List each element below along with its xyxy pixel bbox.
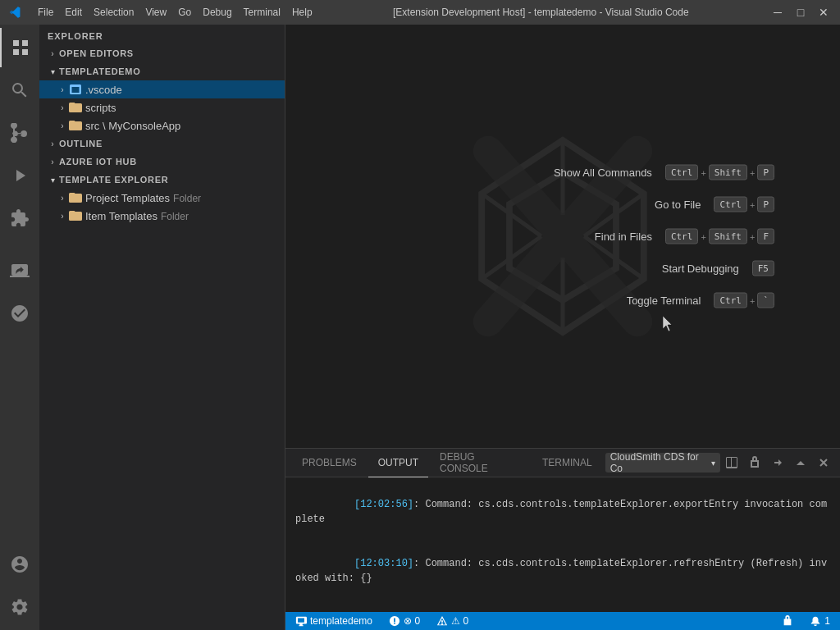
status-warnings[interactable]: ⚠ 0 [433,615,472,627]
item-templates-arrow [56,209,69,222]
template-explorer-label: TEMPLATE EXPLORER [59,175,168,185]
key-ctrl-2: Ctrl [665,229,699,244]
panel-collapse-btn[interactable] [791,453,810,472]
error-icon [389,615,400,627]
menu-view[interactable]: View [145,7,167,18]
activity-search[interactable] [0,71,39,110]
key-shift-0: Shift [709,165,747,180]
panel-lock-btn[interactable] [745,453,765,472]
notification-count: 1 [824,615,830,627]
activity-bar [0,25,39,630]
azure-iot-arrow [46,155,59,168]
item-templates-icon [69,209,82,222]
key-f-2: F [757,229,774,244]
output-channel-dropdown[interactable]: CloudSmith CDS for Co ▾ [605,453,720,472]
shortcut-keys-1: Ctrl + P [714,197,774,212]
lock-icon [782,615,793,627]
menu-go[interactable]: Go [178,7,191,18]
activity-remote-explorer[interactable] [0,251,39,290]
main-layout: EXPLORER OPEN EDITORS TEMPLATEDEMO .vsco… [0,25,840,630]
shortcut-find-files: Find in Files Ctrl + Shift + F [554,229,774,244]
status-remote[interactable]: templatedemo [292,615,376,627]
close-button[interactable]: ✕ [815,6,832,19]
key-backtick: ` [757,293,774,308]
outline-label: OUTLINE [59,139,103,148]
panel-tab-bar: PROBLEMS OUTPUT DEBUG CONSOLE TERMINAL C… [285,449,840,477]
menu-selection[interactable]: Selection [94,7,134,18]
vscode-logo-small [8,6,21,19]
activity-run[interactable] [0,156,39,195]
templatedemo-label: TEMPLATEDEMO [59,66,140,76]
panel-split-btn[interactable] [722,453,742,472]
tab-terminal[interactable]: TERMINAL [532,449,602,477]
status-errors-text: ⊗ 0 [404,615,420,627]
templatedemo-section[interactable]: TEMPLATEDEMO [39,62,285,80]
scripts-folder-icon [69,101,82,114]
template-explorer-section[interactable]: TEMPLATE EXPLORER [39,171,285,189]
scripts-folder[interactable]: scripts [39,98,285,116]
tab-output[interactable]: OUTPUT [368,449,428,477]
activity-docker[interactable] [0,294,39,333]
key-p-0: P [757,165,774,180]
status-warnings-text: ⚠ 0 [451,615,468,627]
menu-bar: File Edit Selection View Go Debug Termin… [8,6,313,19]
open-editors-arrow [46,47,59,60]
shortcut-show-commands: Show All Commands Ctrl + Shift + P [554,165,774,180]
menu-file[interactable]: File [38,7,53,18]
vscode-arrow [56,83,69,96]
welcome-screen: Show All Commands Ctrl + Shift + P Go to… [285,25,840,448]
output-content[interactable]: [12:02:56]: Command: cs.cds.controls.tem… [285,477,840,612]
key-f5: F5 [752,261,774,276]
scripts-arrow [56,101,69,114]
menu-terminal[interactable]: Terminal [244,7,281,18]
project-templates-icon [69,191,82,204]
templatedemo-arrow [46,65,59,78]
activity-source-control[interactable] [0,113,39,153]
menu-help[interactable]: Help [292,7,313,18]
item-templates-item[interactable]: Item TemplatesFolder [39,207,285,225]
panel-close-btn[interactable] [814,453,833,472]
shortcut-label-3: Start Debugging [662,262,739,275]
menu-edit[interactable]: Edit [65,7,82,18]
timestamp-0: [12:02:56] [354,499,413,510]
item-templates-label: Item TemplatesFolder [85,210,189,222]
menu-debug[interactable]: Debug [203,7,231,18]
scripts-folder-label: scripts [85,102,116,114]
dropdown-label: CloudSmith CDS for Co [610,451,708,474]
activity-settings[interactable] [0,587,39,627]
sidebar: EXPLORER OPEN EDITORS TEMPLATEDEMO .vsco… [39,25,285,630]
window-title: [Extension Development Host] - templated… [313,7,769,18]
timestamp-1: [12:03:10] [354,558,413,569]
vscode-folder-label: .vscode [85,84,122,96]
panel-more-btn[interactable] [768,453,788,472]
panel-controls [722,453,833,472]
activity-extensions[interactable] [0,199,39,238]
src-folder[interactable]: src \ MyConsoleApp [39,116,285,135]
dropdown-arrow: ▾ [711,459,715,468]
maximize-button[interactable]: □ [792,6,809,19]
term-line-1: [12:03:10]: Command: cs.cds.controls.tem… [295,541,830,600]
titlebar: File Edit Selection View Go Debug Termin… [0,0,840,25]
azure-iot-section[interactable]: AZURE IOT HUB [39,153,285,171]
open-editors-label: OPEN EDITORS [59,48,134,58]
activity-explorer[interactable] [0,28,39,67]
shortcut-label-4: Toggle Terminal [627,294,701,307]
activity-accounts[interactable] [0,545,39,584]
azure-iot-label: AZURE IOT HUB [59,157,137,167]
outline-section[interactable]: OUTLINE [39,135,285,153]
open-editors-section[interactable]: OPEN EDITORS [39,44,285,62]
tab-problems[interactable]: PROBLEMS [292,449,367,477]
tab-debug-console[interactable]: DEBUG CONSOLE [430,449,531,477]
outline-arrow [46,137,59,150]
src-arrow [56,119,69,132]
status-errors[interactable]: ⊗ 0 [386,615,423,627]
status-notifications[interactable]: 1 [806,615,833,627]
shortcuts-panel: Show All Commands Ctrl + Shift + P Go to… [554,165,774,308]
vscode-folder[interactable]: .vscode [39,80,285,98]
explorer-header: EXPLORER [39,25,285,44]
shortcut-label-1: Go to File [655,199,701,211]
project-templates-item[interactable]: Project TemplatesFolder [39,189,285,207]
minimize-button[interactable]: ─ [769,6,786,19]
status-lock[interactable] [778,615,797,627]
shortcut-keys-3: F5 [752,261,774,276]
